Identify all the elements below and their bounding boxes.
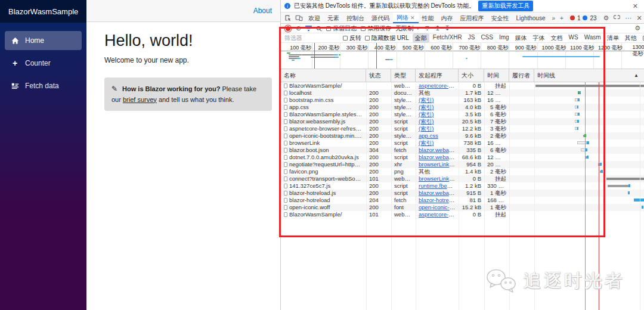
clear-icon[interactable]: ⊘ (296, 25, 301, 32)
table-row[interactable]: blazor-hotreload204fetchblazor-hotreload… (281, 197, 644, 204)
table-row[interactable]: favicon.png200png其他1.4 kB2 毫秒 (281, 168, 644, 175)
initiator-link[interactable]: aspnetcore-browser-re… (419, 82, 459, 89)
filter-input[interactable]: 筛选器 (284, 34, 339, 42)
filter-chip-CSS[interactable]: CSS (478, 33, 496, 43)
filter-chip-Wasm[interactable]: Wasm (582, 33, 603, 43)
table-row[interactable]: BlazorWasmSample/101websocketaspnetcore-… (281, 211, 644, 218)
filter-chip-WS[interactable]: WS (566, 33, 581, 43)
hide-data-urls-checkbox[interactable]: 隐藏数据 URL (365, 34, 409, 42)
device-toolbar-icon[interactable] (294, 14, 304, 23)
initiator-link[interactable]: app.css (419, 132, 438, 139)
invert-checkbox[interactable]: 反转 (343, 34, 361, 42)
initiator-link[interactable]: (索引) (419, 118, 434, 125)
filter-chip-清单[interactable]: 清单 (605, 33, 621, 43)
about-link[interactable]: About (253, 7, 272, 15)
sidebar-item-counter[interactable]: + Counter (5, 54, 82, 73)
sidebar-item-home[interactable]: Home (5, 31, 82, 50)
filter-chip-字体[interactable]: 字体 (531, 33, 547, 43)
tab-控制台[interactable]: 控制台 (343, 13, 368, 23)
tab-add-icon[interactable]: + (558, 15, 565, 21)
initiator-link[interactable]: open-iconic-bootstrap… (419, 204, 459, 210)
tab-源代码[interactable]: 源代码 (368, 13, 393, 23)
notification-close-icon[interactable]: ✕ (630, 2, 640, 10)
inspect-icon[interactable] (283, 14, 293, 23)
initiator-link[interactable]: (索引) (419, 125, 434, 132)
table-row[interactable]: bootstrap.min.css200stylesheet(索引)163 kB… (281, 97, 644, 104)
request-size-cell: 4.0 kB (459, 104, 484, 111)
table-row[interactable]: localhost200document其他1.7 kB12 毫秒 (281, 89, 644, 97)
initiator-link[interactable]: blazor-hotreload.js:11 (419, 197, 459, 203)
table-row[interactable]: blazor-hotreload.js200scriptblazor.webas… (281, 190, 644, 197)
table-row[interactable]: open-iconic-bootstrap.min.css200styleshe… (281, 132, 644, 140)
initiator-link[interactable]: (索引) (419, 104, 434, 110)
initiator-link[interactable]: runtime.fbeeaff4.js:1 (419, 182, 459, 189)
table-row[interactable]: browserLink200script(索引)738 kB16 毫秒 (281, 140, 644, 147)
column-header-3[interactable]: 类型 (391, 69, 416, 82)
initiator-link[interactable]: (索引) (419, 97, 434, 103)
app-brand[interactable]: BlazorWasmSample (0, 0, 86, 23)
table-row[interactable]: aspnetcore-browser-refresh.js200script(索… (281, 125, 644, 132)
filter-icon[interactable] (305, 26, 312, 31)
settings-gear-icon[interactable]: ⚙ (602, 14, 611, 22)
table-row[interactable]: negotiate?requestUrl=http%3A%2F%2Flocalh… (281, 161, 644, 168)
feedback-link-icon[interactable] (612, 14, 622, 21)
throttling-select[interactable]: 无限制 ▼ (395, 24, 420, 33)
tab-欢迎[interactable]: 欢迎 (305, 13, 324, 23)
network-conditions-icon[interactable] (424, 26, 431, 31)
tab-安全性[interactable]: 安全性 (488, 13, 513, 23)
filter-chip-文档[interactable]: 文档 (549, 33, 565, 43)
tab-close-icon[interactable]: ✕ (410, 15, 415, 21)
initiator-link[interactable]: browserLink:21 (419, 161, 457, 168)
initiator-link[interactable]: aspnetcore-browser-re… (419, 211, 459, 218)
initiator-link[interactable]: browserLink:47 (419, 175, 457, 182)
tab-网络[interactable]: 网络✕ (393, 13, 419, 23)
tab-内存[interactable]: 内存 (438, 13, 457, 23)
record-icon[interactable] (286, 26, 290, 31)
more-menu-icon[interactable]: ⋯ (623, 14, 633, 22)
table-row[interactable]: blazor.boot.json304fetchblazor.webassemb… (281, 147, 644, 154)
table-row[interactable]: 141.327ce5c7.js200scriptruntime.fbeeaff4… (281, 182, 644, 190)
table-row[interactable]: blazor.webassembly.js200script(索引)20.5 k… (281, 118, 644, 125)
filter-chip-JS[interactable]: JS (466, 33, 478, 43)
tab-Lighthouse[interactable]: Lighthouse (513, 13, 549, 23)
initiator-link[interactable]: blazor.webassembly.js:1 (419, 147, 459, 153)
column-header-5[interactable]: 大小 (459, 69, 484, 82)
devtools-close-icon[interactable]: ✕ (634, 14, 643, 22)
disable-cache-checkbox[interactable]: 禁用缓存 (361, 24, 391, 33)
table-row[interactable]: app.css200stylesheet(索引)4.0 kB5 毫秒 (281, 104, 644, 111)
filter-chip-其他[interactable]: 其他 (623, 33, 639, 43)
column-header-1[interactable]: 名称 (281, 69, 366, 82)
column-header-8[interactable]: 时间线▲ (534, 69, 644, 82)
preserve-log-checkbox[interactable]: 保留日志 (326, 24, 357, 33)
sidebar-item-fetch-data[interactable]: Fetch data (5, 76, 82, 95)
column-header-7[interactable]: 履行者 (509, 69, 534, 82)
network-overview-strip[interactable]: 100 毫秒200 毫秒300 毫秒400 毫秒500 毫秒600 毫秒700 … (281, 43, 644, 69)
initiator-link[interactable]: (索引) (419, 111, 434, 117)
initiator-link[interactable]: (索引) (419, 140, 434, 146)
table-row[interactable]: open-iconic.woff200fontopen-iconic-boots… (281, 204, 644, 211)
export-har-icon[interactable]: ↧ (444, 25, 450, 32)
initiator-link[interactable]: blazor.webassembly.js:1 (419, 154, 459, 160)
filter-chip-Img[interactable]: Img (497, 33, 512, 43)
table-row[interactable]: BlazorWasmSample.styles.css200stylesheet… (281, 111, 644, 118)
survey-link[interactable]: brief survey (123, 96, 157, 103)
filter-chip-Fetch/XHR[interactable]: Fetch/XHR (431, 33, 465, 43)
reload-devtools-button[interactable]: 重新加载开发工具 (478, 1, 533, 11)
tab-性能[interactable]: 性能 (419, 13, 438, 23)
issue-badges[interactable]: 1 23 (566, 14, 600, 22)
import-har-icon[interactable]: ↥ (435, 25, 440, 32)
filter-chip-媒体[interactable]: 媒体 (513, 33, 530, 43)
table-row[interactable]: connect?transport=webSockets&connectionT… (281, 175, 644, 182)
column-header-2[interactable]: 状态 (366, 69, 391, 82)
network-settings-gear-icon[interactable]: ⚙ (634, 25, 640, 32)
tab-元素[interactable]: 元素 (324, 13, 343, 23)
table-row[interactable]: dotnet.7.0.0.amub20uvka.js200scriptblazo… (281, 154, 644, 161)
search-icon[interactable] (316, 26, 322, 32)
table-row[interactable]: BlazorWasmSample/websocketaspnetcore-bro… (281, 82, 644, 89)
filter-chip-全部[interactable]: 全部 (413, 33, 429, 43)
tab-overflow-icon[interactable]: » (550, 15, 557, 21)
column-header-4[interactable]: 发起程序 (416, 69, 459, 82)
column-header-6[interactable]: 时间 (484, 69, 509, 82)
initiator-link[interactable]: blazor.webassembly.js:1 (419, 190, 459, 196)
tab-应用程序[interactable]: 应用程序 (457, 13, 488, 23)
